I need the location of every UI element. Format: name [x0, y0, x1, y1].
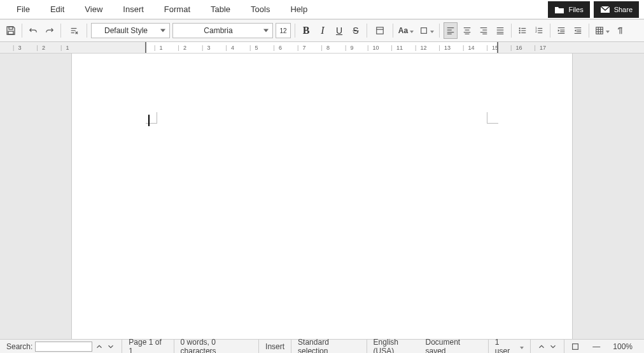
font-name-select[interactable]: Cambria	[172, 23, 273, 38]
numbered-list-icon: 12	[535, 26, 543, 35]
ruler-tick: 13	[433, 45, 457, 51]
char-case-button[interactable]: Aa	[397, 22, 415, 39]
word-count-status[interactable]: 0 words, 0 characters	[174, 340, 259, 353]
top-right-actions: Files Share	[548, 1, 639, 18]
margin-marker-top-left	[146, 112, 157, 124]
insert-mode-status[interactable]: Insert	[258, 340, 291, 353]
ruler-tick: 17	[528, 45, 552, 51]
share-button[interactable]: Share	[594, 1, 639, 18]
ruler-tick: 14	[457, 45, 481, 51]
ruler-tick: 2	[29, 45, 53, 51]
chevron-up-icon	[537, 342, 546, 351]
menu-insert[interactable]: Insert	[113, 0, 154, 19]
align-right-icon	[479, 26, 488, 35]
font-size-field[interactable]: 12	[276, 23, 291, 38]
ruler-tick: 3	[194, 45, 218, 51]
document-page[interactable]	[71, 54, 573, 339]
ruler-tick: 6	[266, 45, 290, 51]
files-button[interactable]: Files	[548, 1, 589, 18]
ruler-tick: 9	[337, 45, 361, 51]
paragraph-icon	[616, 26, 625, 35]
ruler-tick: 16	[505, 45, 529, 51]
menu-tools[interactable]: Tools	[241, 0, 280, 19]
align-center-icon	[463, 26, 472, 35]
search-next-button[interactable]	[106, 342, 115, 351]
special-char-button[interactable]	[371, 22, 389, 39]
menu-file[interactable]: File	[6, 0, 40, 19]
redo-button[interactable]	[43, 22, 57, 39]
separator	[87, 24, 87, 38]
text-cursor	[148, 115, 150, 126]
insert-table-button[interactable]	[593, 22, 611, 39]
paragraph-style-select[interactable]: Default Style	[91, 23, 170, 38]
ruler-tick: 4	[218, 45, 242, 51]
bulleted-list-icon	[518, 26, 527, 35]
menu-format[interactable]: Format	[154, 0, 200, 19]
align-left-button[interactable]	[444, 22, 458, 39]
menu-bar: File Edit View Insert Format Table Tools…	[0, 0, 644, 19]
separator	[550, 24, 550, 38]
separator	[295, 24, 295, 38]
users-status[interactable]: 1 user	[488, 340, 530, 353]
ruler-tick: 11	[385, 45, 409, 51]
align-left-icon	[446, 26, 455, 35]
prev-page-button[interactable]	[537, 342, 546, 351]
ruler-tick: 2	[171, 45, 195, 51]
chevron-down-icon	[106, 342, 115, 351]
mail-icon	[600, 5, 610, 14]
zoom-level[interactable]: 100%	[606, 340, 639, 353]
ruler-pos-area: 1 2 3 4 5 6 7 8 9 10 11 12 13 14 15 16 1…	[146, 45, 552, 51]
svg-rect-8	[377, 27, 384, 34]
increase-indent-button[interactable]	[554, 22, 568, 39]
highlight-icon	[419, 26, 428, 35]
increase-indent-icon	[557, 26, 566, 35]
formatting-toolbar: Default Style Cambria 12 B I U S Aa 12	[0, 19, 644, 42]
selection-mode-status[interactable]: Standard selection	[291, 340, 367, 353]
fit-page-button[interactable]	[564, 340, 586, 353]
menu-edit[interactable]: Edit	[40, 0, 74, 19]
search-input[interactable]	[35, 342, 92, 352]
align-center-button[interactable]	[460, 22, 474, 39]
redo-icon	[45, 26, 54, 35]
special-char-icon	[375, 26, 384, 35]
ruler-neg-area: 1 2 3	[5, 45, 77, 51]
underline-button[interactable]: U	[332, 22, 346, 39]
clear-formatting-button[interactable]	[65, 22, 83, 39]
editor-viewport[interactable]	[0, 54, 644, 339]
separator	[393, 24, 393, 38]
language-status[interactable]: English (USA)	[367, 340, 423, 353]
menu-view[interactable]: View	[74, 0, 113, 19]
align-justify-button[interactable]	[493, 22, 507, 39]
zoom-out-button[interactable]: —	[586, 340, 606, 353]
ruler-tick: 1	[146, 45, 171, 51]
horizontal-ruler[interactable]: 1 2 3 1 2 3 4 5 6 7 8 9 10 11 12 13 14 1…	[0, 42, 644, 54]
decrease-indent-button[interactable]	[571, 22, 585, 39]
chevron-down-icon	[408, 26, 414, 35]
insert-image-button[interactable]	[613, 22, 627, 39]
bold-button[interactable]: B	[299, 22, 313, 39]
next-page-button[interactable]	[549, 342, 557, 351]
numbered-list-button[interactable]: 12	[532, 22, 546, 39]
align-right-button[interactable]	[477, 22, 491, 39]
search-prev-button[interactable]	[95, 342, 104, 351]
menu-help[interactable]: Help	[280, 0, 318, 19]
fit-page-icon	[571, 342, 580, 351]
save-button[interactable]	[4, 22, 18, 39]
save-icon	[6, 25, 16, 36]
highlight-button[interactable]	[417, 22, 435, 39]
bulleted-list-button[interactable]	[515, 22, 529, 39]
chevron-down-icon	[518, 342, 524, 351]
ruler-tick: 5	[242, 45, 266, 51]
separator	[511, 24, 512, 38]
chevron-down-icon	[549, 342, 557, 351]
chevron-up-icon	[95, 342, 104, 351]
strike-button[interactable]: S	[349, 22, 363, 39]
separator	[367, 24, 367, 38]
svg-point-29	[519, 32, 520, 33]
ruler-tick: 3	[5, 45, 29, 51]
undo-button[interactable]	[26, 22, 40, 39]
svg-point-28	[519, 30, 520, 31]
page-status[interactable]: Page 1 of 1	[122, 340, 173, 353]
italic-button[interactable]: I	[316, 22, 330, 39]
menu-table[interactable]: Table	[200, 0, 241, 19]
